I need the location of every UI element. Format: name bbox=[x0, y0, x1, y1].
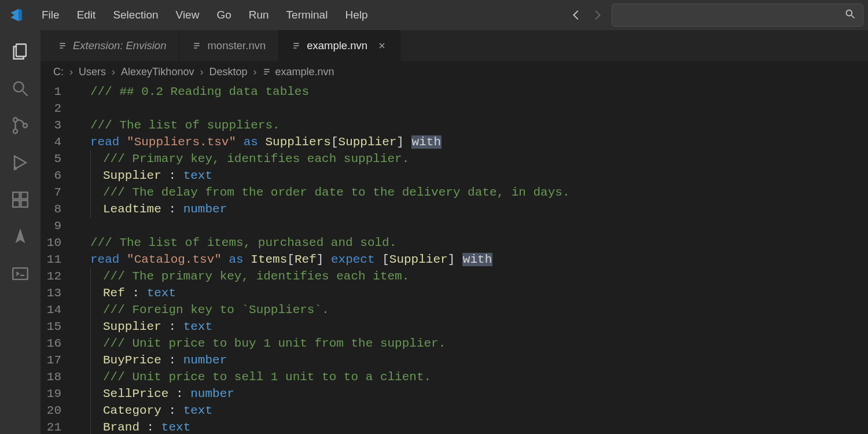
line-number: 17 bbox=[41, 352, 78, 369]
code-line[interactable]: 10/// The list of items, purchased and s… bbox=[41, 234, 868, 251]
menu-item-edit[interactable]: Edit bbox=[69, 5, 104, 25]
code-line[interactable]: 11read "Catalog.tsv" as Items[Ref] expec… bbox=[41, 251, 868, 268]
svg-point-6 bbox=[14, 167, 17, 170]
breadcrumb-segment[interactable]: C: bbox=[53, 66, 64, 78]
line-number: 9 bbox=[41, 218, 78, 234]
code-line[interactable]: 17BuyPrice : number bbox=[41, 352, 868, 369]
list-icon bbox=[262, 67, 271, 76]
code-line[interactable]: 14/// Foreign key to `Suppliers`. bbox=[41, 301, 868, 318]
extensions-icon[interactable] bbox=[9, 189, 31, 211]
code-line[interactable]: 5/// Primary key, identifies each suppli… bbox=[41, 150, 868, 167]
menu-item-help[interactable]: Help bbox=[337, 5, 376, 25]
chevron-right-icon: › bbox=[112, 66, 115, 78]
chevron-right-icon: › bbox=[253, 66, 256, 78]
tab-example-nvn[interactable]: example.nvn bbox=[279, 30, 400, 61]
line-number: 11 bbox=[41, 251, 78, 268]
code-line[interactable]: 18/// Unit price to sell 1 unit to to a … bbox=[41, 369, 868, 385]
menu-item-view[interactable]: View bbox=[168, 5, 208, 25]
code-line[interactable]: 13Ref : text bbox=[41, 285, 868, 301]
menubar: FileEditSelectionViewGoRunTerminalHelp bbox=[0, 0, 868, 30]
breadcrumb-file[interactable]: example.nvn bbox=[262, 66, 334, 78]
breadcrumbs[interactable]: C:›Users›AlexeyTikhonov›Desktop›example.… bbox=[41, 61, 868, 82]
command-search-input[interactable] bbox=[612, 3, 863, 27]
code-line[interactable]: 3/// The list of suppliers. bbox=[41, 117, 868, 134]
svg-rect-8 bbox=[13, 200, 19, 207]
activity-bar bbox=[0, 30, 41, 434]
code-line[interactable]: 9 bbox=[41, 218, 868, 234]
search-icon[interactable] bbox=[9, 78, 31, 100]
line-number: 1 bbox=[41, 83, 78, 100]
svg-point-3 bbox=[13, 118, 17, 122]
code-line[interactable]: 2 bbox=[41, 100, 868, 117]
code-line[interactable]: 7/// The delay from the order date to th… bbox=[41, 184, 868, 201]
nav-back-icon[interactable] bbox=[570, 9, 583, 21]
list-icon bbox=[292, 41, 301, 50]
nav-forward-icon[interactable] bbox=[591, 9, 604, 21]
line-number: 18 bbox=[41, 369, 78, 385]
rocket-icon[interactable] bbox=[9, 226, 31, 248]
menu-item-file[interactable]: File bbox=[34, 5, 68, 25]
line-number: 13 bbox=[41, 285, 78, 301]
run-debug-icon[interactable] bbox=[9, 152, 31, 174]
code-line[interactable]: 12/// The primary key, identifies each i… bbox=[41, 268, 868, 285]
svg-rect-1 bbox=[16, 44, 26, 56]
line-number: 12 bbox=[41, 268, 78, 285]
code-line[interactable]: 19SellPrice : number bbox=[41, 385, 868, 402]
terminal-icon[interactable] bbox=[9, 263, 31, 285]
line-number: 6 bbox=[41, 167, 78, 184]
menu-item-go[interactable]: Go bbox=[208, 5, 239, 25]
tab-label: example.nvn bbox=[307, 39, 367, 52]
line-number: 2 bbox=[41, 100, 78, 117]
source-control-icon[interactable] bbox=[9, 115, 31, 137]
code-line[interactable]: 1/// ## 0.2 Reading data tables bbox=[41, 83, 868, 100]
code-line[interactable]: 6Supplier : text bbox=[41, 167, 868, 184]
line-number: 19 bbox=[41, 385, 78, 402]
svg-point-0 bbox=[846, 10, 852, 16]
code-line[interactable]: 4read "Suppliers.tsv" as Suppliers[Suppl… bbox=[41, 134, 868, 150]
svg-rect-11 bbox=[13, 268, 28, 279]
code-line[interactable]: 15Supplier : text bbox=[41, 318, 868, 335]
breadcrumb-file-label: example.nvn bbox=[275, 66, 334, 78]
breadcrumb-segment[interactable]: AlexeyTikhonov bbox=[121, 66, 194, 78]
code-line[interactable]: 20Category : text bbox=[41, 402, 868, 419]
tab-label: Extension: Envision bbox=[73, 39, 166, 52]
chevron-right-icon: › bbox=[200, 66, 203, 78]
chevron-right-icon: › bbox=[69, 66, 73, 78]
breadcrumb-segment[interactable]: Users bbox=[79, 66, 106, 78]
code-line[interactable]: 8Leadtime : number bbox=[41, 201, 868, 218]
line-number: 8 bbox=[41, 201, 78, 218]
line-number: 20 bbox=[41, 402, 78, 419]
line-number: 15 bbox=[41, 318, 78, 335]
line-number: 10 bbox=[41, 234, 78, 251]
svg-rect-7 bbox=[13, 192, 19, 198]
menu-item-run[interactable]: Run bbox=[241, 5, 277, 25]
line-number: 5 bbox=[41, 150, 78, 167]
breadcrumb-segment[interactable]: Desktop bbox=[209, 66, 247, 78]
close-icon[interactable] bbox=[377, 41, 387, 51]
svg-point-2 bbox=[14, 82, 24, 92]
vscode-logo-icon bbox=[6, 5, 25, 25]
code-line[interactable]: 21Brand : text bbox=[41, 419, 868, 434]
line-number: 16 bbox=[41, 335, 78, 352]
svg-rect-10 bbox=[21, 192, 27, 198]
editor-tabs: Extension: Envisionmonster.nvnexample.nv… bbox=[41, 30, 868, 61]
code-line[interactable]: 16/// Unit price to buy 1 unit from the … bbox=[41, 335, 868, 352]
tab-extension-envision[interactable]: Extension: Envision bbox=[45, 30, 179, 61]
menu-item-selection[interactable]: Selection bbox=[105, 5, 166, 25]
tab-monster-nvn[interactable]: monster.nvn bbox=[179, 30, 279, 61]
line-number: 3 bbox=[41, 117, 78, 134]
code-editor[interactable]: 1/// ## 0.2 Reading data tables23/// The… bbox=[41, 82, 868, 434]
line-number: 21 bbox=[41, 419, 78, 434]
line-number: 7 bbox=[41, 184, 78, 201]
line-number: 4 bbox=[41, 134, 78, 150]
svg-point-4 bbox=[13, 129, 17, 133]
line-number: 14 bbox=[41, 301, 78, 318]
svg-point-5 bbox=[23, 123, 27, 127]
editor-group: Extension: Envisionmonster.nvnexample.nv… bbox=[41, 30, 868, 434]
tab-label: monster.nvn bbox=[207, 39, 266, 52]
menu-item-terminal[interactable]: Terminal bbox=[278, 5, 336, 25]
list-icon bbox=[192, 41, 201, 50]
list-icon bbox=[58, 41, 67, 50]
search-icon bbox=[844, 8, 856, 22]
files-icon[interactable] bbox=[9, 41, 31, 62]
